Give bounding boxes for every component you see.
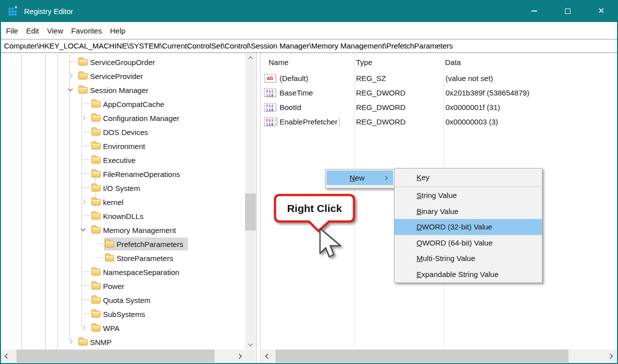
tree-item-dos-devices[interactable]: DOS Devices bbox=[1, 125, 245, 139]
tree-node[interactable]: WPA bbox=[90, 322, 124, 334]
maximize-button[interactable] bbox=[551, 0, 584, 22]
value-data: 0x00000003 (3) bbox=[444, 118, 616, 126]
tree-node[interactable]: NamespaceSeparation bbox=[90, 266, 184, 278]
tree-item-power[interactable]: Power bbox=[1, 279, 245, 293]
value-row-enableprefetcher[interactable]: 011110EnablePrefetcherREG_DWORD0x0000000… bbox=[260, 114, 616, 129]
value-type: REG_DWORD bbox=[354, 118, 444, 126]
tree-node[interactable]: SubSystems bbox=[90, 308, 150, 320]
collapse-arrow-icon[interactable] bbox=[68, 86, 73, 92]
menu-separator bbox=[394, 186, 542, 187]
tree-item-i-o-system[interactable]: I/O System bbox=[1, 181, 245, 195]
tree-node[interactable]: Configuration Manager bbox=[90, 112, 184, 124]
tree-node[interactable]: DOS Devices bbox=[90, 126, 153, 138]
tree-item-wpa[interactable]: WPA bbox=[1, 321, 245, 335]
submenu-item-dword-32-bit-value[interactable]: DWORD (32-bit) Value bbox=[394, 219, 542, 235]
menu-favorites[interactable]: Favorites bbox=[67, 22, 106, 39]
tree-node[interactable]: ServiceProvider bbox=[78, 70, 148, 82]
tree-item-configuration-manager[interactable]: Configuration Manager bbox=[1, 111, 245, 125]
submenu-item-string-value[interactable]: String Value bbox=[394, 188, 542, 204]
tree-node[interactable]: kernel bbox=[90, 196, 128, 208]
tree-item-knowndlls[interactable]: KnownDLLs bbox=[1, 209, 245, 223]
horizontal-scroll-thumb[interactable] bbox=[16, 350, 214, 362]
tree-node[interactable]: ServiceGroupOrder bbox=[78, 56, 160, 68]
tree-item-appcompatcache[interactable]: AppCompatCache bbox=[1, 97, 245, 111]
submenu-item-expandable-string-value[interactable]: Expandable String Value bbox=[394, 266, 542, 282]
horizontal-scroll-thumb[interactable] bbox=[276, 350, 568, 362]
tree-connector bbox=[84, 314, 90, 314]
tree-horizontal-scrollbar[interactable] bbox=[2, 350, 244, 362]
tree-node[interactable]: StoreParameters bbox=[104, 252, 178, 264]
tree-item-filerenameoperations[interactable]: FileRenameOperations bbox=[1, 167, 245, 181]
tree-node[interactable]: AppCompatCache bbox=[90, 98, 170, 110]
submenu-item-key[interactable]: Key bbox=[394, 168, 542, 186]
tree-item-prefetchparameters[interactable]: PrefetchParameters bbox=[1, 237, 245, 251]
menu-edit[interactable]: Edit bbox=[22, 22, 43, 39]
scroll-left-button[interactable] bbox=[2, 350, 12, 362]
context-menu: New bbox=[325, 169, 394, 188]
context-menu-item-new[interactable]: New bbox=[326, 170, 393, 185]
tree-item-quota-system[interactable]: Quota System bbox=[1, 293, 245, 307]
tree-item-serviceprovider[interactable]: ServiceProvider bbox=[1, 69, 245, 83]
tree-item-namespaceseparation[interactable]: NamespaceSeparation bbox=[1, 265, 245, 279]
vertical-scroll-thumb[interactable] bbox=[245, 194, 256, 230]
tree-connector bbox=[84, 272, 90, 272]
value-row-bootid[interactable]: 011110BootIdREG_DWORD0x0000001f (31) bbox=[260, 100, 616, 114]
scroll-right-button[interactable] bbox=[604, 350, 616, 362]
tree-node[interactable]: Session Manager bbox=[78, 84, 154, 96]
submenu-item-binary-value[interactable]: Binary Value bbox=[394, 204, 542, 220]
expand-arrow-icon[interactable] bbox=[68, 340, 73, 344]
tree-item-label: Configuration Manager bbox=[103, 114, 180, 122]
collapse-arrow-icon[interactable] bbox=[81, 226, 86, 232]
column-header-data[interactable]: Data bbox=[444, 58, 616, 66]
tree-vertical-scrollbar[interactable] bbox=[245, 54, 256, 349]
tree-node[interactable]: FileRenameOperations bbox=[90, 168, 185, 180]
value-row-default[interactable]: ab(Default)REG_SZ(value not set) bbox=[260, 71, 616, 86]
folder-icon bbox=[92, 115, 100, 122]
expand-arrow-icon[interactable] bbox=[81, 116, 86, 120]
tree-node[interactable]: Memory Management bbox=[90, 224, 181, 236]
tree-node[interactable]: Power bbox=[90, 280, 130, 292]
tree-item-storeparameters[interactable]: StoreParameters bbox=[1, 251, 245, 265]
value-type: REG_DWORD bbox=[354, 103, 444, 112]
value-row-basetime[interactable]: 011110BaseTimeREG_DWORD0x201b389f (53865… bbox=[260, 86, 616, 100]
tree-node[interactable]: PrefetchParameters bbox=[104, 238, 188, 250]
expand-arrow-icon[interactable] bbox=[81, 326, 86, 330]
column-header-type[interactable]: Type bbox=[354, 58, 444, 66]
scroll-right-button[interactable] bbox=[234, 350, 244, 362]
scroll-down-button[interactable] bbox=[245, 339, 256, 349]
close-button[interactable]: ✕ bbox=[584, 0, 618, 22]
folder-icon bbox=[92, 157, 100, 164]
submenu-item-qword-64-bit-value[interactable]: QWORD (64-bit) Value bbox=[394, 235, 542, 251]
minimize-button[interactable] bbox=[518, 0, 551, 22]
tree-item-executive[interactable]: Executive bbox=[1, 153, 245, 167]
tree-connector bbox=[84, 300, 90, 300]
list-horizontal-scrollbar[interactable] bbox=[261, 350, 616, 362]
address-bar[interactable]: Computer\HKEY_LOCAL_MACHINE\SYSTEM\Curre… bbox=[1, 39, 617, 53]
tree-item-session-manager[interactable]: Session Manager bbox=[1, 83, 245, 97]
tree-node[interactable]: SNMP bbox=[78, 336, 116, 348]
scroll-left-button[interactable] bbox=[262, 350, 273, 362]
tree-item-memory-management[interactable]: Memory Management bbox=[1, 223, 245, 237]
expand-arrow-icon[interactable] bbox=[68, 74, 73, 78]
tree-item-servicegrouporder[interactable]: ServiceGroupOrder bbox=[1, 55, 245, 69]
tree-item-kernel[interactable]: kernel bbox=[1, 195, 245, 209]
expand-arrow-icon[interactable] bbox=[81, 200, 86, 204]
menu-file[interactable]: File bbox=[2, 22, 22, 39]
tree-node[interactable]: KnownDLLs bbox=[90, 210, 148, 222]
tree-item-subsystems[interactable]: SubSystems bbox=[1, 307, 245, 321]
cursor-arrow-icon bbox=[320, 228, 340, 257]
submenu-item-multi-string-value[interactable]: Multi-String Value bbox=[394, 250, 542, 266]
tree-node[interactable]: I/O System bbox=[90, 182, 145, 194]
tree-node[interactable]: Environment bbox=[90, 140, 150, 152]
column-header-name[interactable]: Name bbox=[260, 58, 354, 66]
menu-help[interactable]: Help bbox=[106, 22, 130, 39]
tree-node[interactable]: Executive bbox=[90, 154, 140, 166]
chevron-right-icon bbox=[236, 354, 242, 358]
tree-node[interactable]: Quota System bbox=[90, 294, 156, 306]
menu-view[interactable]: View bbox=[43, 22, 67, 39]
value-name: EnablePrefetcher bbox=[278, 117, 339, 126]
tree-item-snmp[interactable]: SNMP bbox=[1, 335, 245, 349]
scroll-up-button[interactable] bbox=[245, 54, 256, 64]
tree-item-environment[interactable]: Environment bbox=[1, 139, 245, 153]
folder-icon bbox=[92, 199, 100, 206]
